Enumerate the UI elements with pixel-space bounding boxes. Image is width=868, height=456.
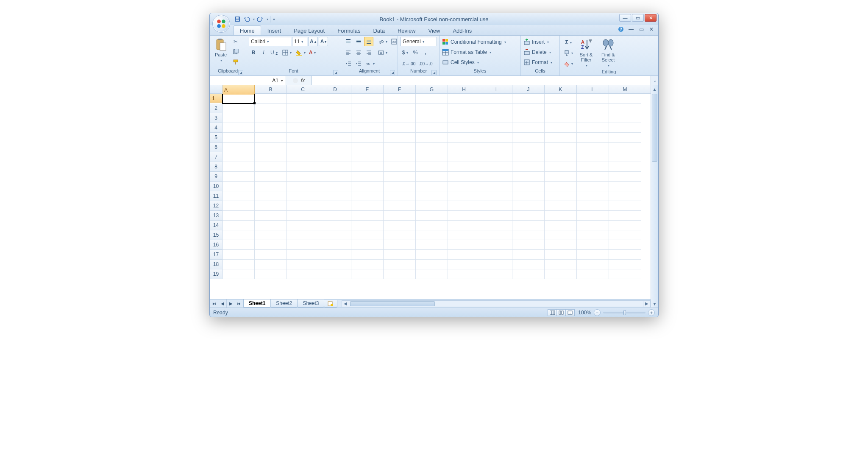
align-middle-button[interactable]: [354, 37, 363, 46]
cell[interactable]: [448, 143, 480, 152]
formula-input[interactable]: [312, 76, 651, 85]
cell[interactable]: [480, 269, 512, 279]
cell[interactable]: [384, 143, 416, 152]
underline-button[interactable]: U▾: [269, 48, 279, 57]
shrink-font-button[interactable]: A▾: [319, 37, 328, 46]
page-break-view-button[interactable]: [565, 309, 575, 316]
last-sheet-icon[interactable]: ⏭: [235, 299, 244, 308]
cell[interactable]: [512, 94, 545, 104]
tab-review[interactable]: Review: [391, 25, 422, 35]
cell[interactable]: [319, 240, 351, 250]
cell[interactable]: [416, 191, 448, 201]
cell[interactable]: [512, 191, 545, 201]
align-left-button[interactable]: [344, 48, 353, 57]
cell[interactable]: [545, 152, 577, 162]
cell[interactable]: [255, 152, 287, 162]
cell[interactable]: [512, 143, 545, 152]
cell[interactable]: [416, 269, 448, 279]
cell[interactable]: [545, 94, 577, 104]
cell[interactable]: [287, 211, 319, 221]
cell[interactable]: [319, 191, 351, 201]
cell[interactable]: [480, 182, 512, 191]
row-header[interactable]: 4: [210, 123, 223, 133]
column-header[interactable]: C: [287, 85, 319, 93]
cell[interactable]: [384, 250, 416, 260]
cell[interactable]: [416, 104, 448, 113]
cell[interactable]: [351, 94, 384, 104]
cell[interactable]: [351, 133, 384, 143]
cell[interactable]: [223, 250, 255, 260]
find-select-button[interactable]: Find & Select▾: [598, 37, 618, 69]
cell[interactable]: [512, 201, 545, 211]
cell[interactable]: [480, 113, 512, 123]
cell[interactable]: [545, 143, 577, 152]
cell[interactable]: [384, 211, 416, 221]
cell[interactable]: [577, 143, 609, 152]
cell[interactable]: [577, 182, 609, 191]
cell[interactable]: [223, 94, 255, 104]
cell[interactable]: [480, 94, 512, 104]
vscroll-thumb[interactable]: [652, 94, 657, 162]
cell[interactable]: [545, 211, 577, 221]
fx-icon[interactable]: fx: [301, 78, 305, 84]
dialog-launcher-icon[interactable]: ◢: [390, 70, 395, 75]
hscroll-thumb[interactable]: [350, 301, 435, 306]
cell[interactable]: [480, 201, 512, 211]
cell[interactable]: [255, 269, 287, 279]
font-color-button[interactable]: A▾: [308, 48, 317, 57]
cell[interactable]: [255, 201, 287, 211]
format-as-table-button[interactable]: Format as Table▾: [442, 48, 491, 56]
undo-icon[interactable]: [243, 15, 250, 23]
grow-font-button[interactable]: A▴: [308, 37, 318, 46]
font-family-select[interactable]: Calibri▾: [249, 37, 291, 46]
cell[interactable]: [577, 152, 609, 162]
accounting-format-button[interactable]: $▾: [401, 48, 410, 57]
cell[interactable]: [255, 260, 287, 269]
cell[interactable]: [512, 172, 545, 182]
cell[interactable]: [448, 123, 480, 133]
cell[interactable]: [384, 221, 416, 230]
cell[interactable]: [319, 133, 351, 143]
cell[interactable]: [384, 260, 416, 269]
cell[interactable]: [577, 230, 609, 240]
cell[interactable]: [416, 230, 448, 240]
cell[interactable]: [351, 123, 384, 133]
decrease-decimal-button[interactable]: .00→.0: [417, 59, 434, 68]
cell[interactable]: [351, 143, 384, 152]
cell[interactable]: [609, 260, 641, 269]
tab-insert[interactable]: Insert: [261, 25, 288, 35]
cell[interactable]: [448, 230, 480, 240]
cell[interactable]: [223, 269, 255, 279]
cell[interactable]: [480, 230, 512, 240]
cell[interactable]: [255, 94, 287, 104]
minimize-button[interactable]: —: [619, 14, 631, 22]
cell[interactable]: [384, 113, 416, 123]
scroll-right-icon[interactable]: ▶: [643, 300, 651, 307]
sheet-tab[interactable]: Sheet2: [270, 299, 298, 308]
cell[interactable]: [319, 104, 351, 113]
cell[interactable]: [577, 269, 609, 279]
cell[interactable]: [512, 123, 545, 133]
cell[interactable]: [319, 143, 351, 152]
cell[interactable]: [609, 240, 641, 250]
cell[interactable]: [287, 162, 319, 172]
dialog-launcher-icon[interactable]: ◢: [238, 70, 243, 75]
cell[interactable]: [319, 211, 351, 221]
cell[interactable]: [416, 123, 448, 133]
cell[interactable]: [287, 172, 319, 182]
hscroll-track[interactable]: [349, 300, 643, 307]
column-header[interactable]: H: [448, 85, 480, 93]
cell[interactable]: [319, 269, 351, 279]
cell[interactable]: [480, 104, 512, 113]
row-header[interactable]: 17: [210, 250, 223, 260]
align-right-button[interactable]: [364, 48, 373, 57]
cell[interactable]: [609, 143, 641, 152]
merge-center-button[interactable]: a▾: [377, 48, 389, 57]
orientation-button-2[interactable]: ≫▾: [364, 59, 376, 68]
cell[interactable]: [545, 250, 577, 260]
cell[interactable]: [416, 211, 448, 221]
cell[interactable]: [384, 94, 416, 104]
row-header[interactable]: 2: [210, 104, 223, 113]
doc-minimize-icon[interactable]: —: [628, 26, 634, 33]
cell[interactable]: [351, 221, 384, 230]
